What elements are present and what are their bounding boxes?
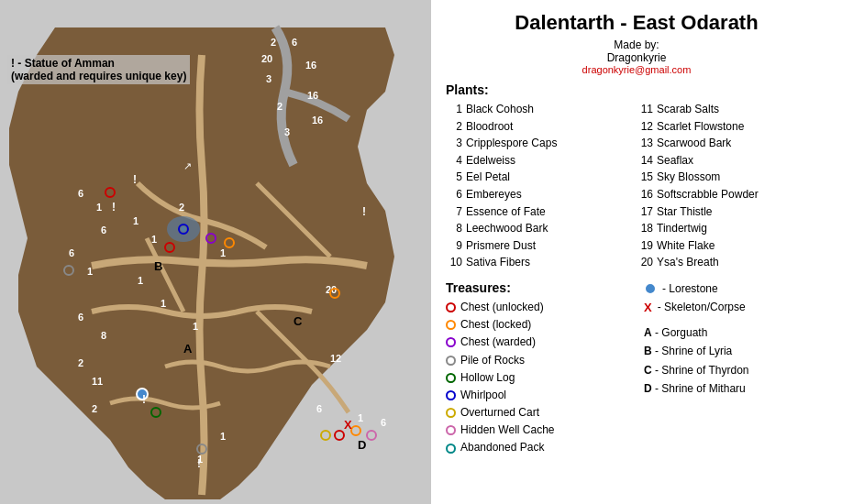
treasure-label: Hidden Well Cache: [460, 422, 555, 439]
svg-text:6: 6: [316, 403, 322, 414]
treasure-label: Hollow Log: [460, 369, 515, 387]
plants-title: Plants:: [446, 82, 827, 97]
treasures-section: Treasures: Chest (unlocked)Chest (locked…: [446, 275, 629, 457]
svg-text:1: 1: [358, 412, 363, 423]
svg-text:1: 1: [87, 266, 93, 277]
location-item: B - Shrine of Lyria: [644, 342, 827, 360]
plant-name: Ysa's Breath: [657, 254, 719, 271]
treasure-dot: [446, 337, 456, 347]
plant-name: Bloodroot: [466, 118, 513, 136]
plants-col2: 11Scarab Salts12Scarlet Flowstone13Scarw…: [637, 101, 827, 271]
plant-number: 10: [446, 254, 462, 271]
plant-item: 8Leechwood Bark: [446, 220, 637, 237]
map-note-line2: (warded and requires unique key): [11, 70, 186, 82]
map-note-line1: ! - Statue of Amman: [11, 57, 186, 70]
treasure-dot: [446, 320, 456, 330]
plant-item: 7Essence of Fate: [446, 203, 637, 221]
svg-text:2: 2: [179, 202, 184, 213]
plant-number: 18: [637, 220, 653, 237]
svg-text:!: !: [362, 205, 366, 218]
plant-number: 20: [637, 254, 653, 271]
svg-text:2: 2: [78, 357, 83, 368]
svg-text:11: 11: [92, 376, 103, 387]
treasure-dot: [446, 444, 456, 454]
treasure-item: Chest (locked): [446, 316, 629, 334]
plant-number: 16: [637, 186, 653, 203]
svg-text:16: 16: [307, 90, 318, 101]
treasure-item: Overturned Cart: [446, 404, 629, 422]
svg-text:A: A: [183, 342, 193, 356]
lorestone-label: - Lorestone: [662, 282, 718, 295]
plant-number: 13: [637, 135, 653, 152]
plant-number: 2: [446, 118, 462, 136]
plant-number: 17: [637, 203, 653, 221]
right-section: - Lorestone X - Skeleton/Corpse A - Gorg…: [644, 275, 827, 457]
location-item: D - Shrine of Mitharu: [644, 379, 827, 398]
bottom-section: Treasures: Chest (unlocked)Chest (locked…: [446, 275, 827, 457]
plant-item: 1Black Cohosh: [446, 101, 637, 118]
svg-point-50: [181, 226, 186, 232]
plant-item: 4Edelweiss: [446, 152, 637, 170]
plant-item: 16Softscrabble Powder: [637, 186, 827, 203]
location-name: Shrine of Thyrdon: [661, 364, 748, 377]
plant-name: Softscrabble Powder: [657, 186, 759, 203]
svg-text:!: !: [142, 393, 146, 406]
svg-text:16: 16: [312, 115, 323, 126]
location-key: D: [644, 382, 652, 395]
svg-text:1: 1: [220, 247, 226, 258]
treasure-item: Pile of Rocks: [446, 352, 629, 369]
plant-name: Essence of Fate: [466, 203, 546, 221]
svg-text:1: 1: [138, 275, 143, 286]
location-name: Shrine of Lyria: [661, 345, 732, 357]
svg-text:B: B: [154, 259, 162, 273]
treasure-dot: [446, 425, 456, 435]
plant-item: 11Scarab Salts: [637, 101, 827, 118]
made-by-name: Dragonkyrie: [446, 51, 827, 64]
plant-number: 19: [637, 237, 653, 255]
plant-name: Sky Blossom: [657, 169, 720, 186]
plants-columns: 1Black Cohosh2Bloodroot3Cripplespore Cap…: [446, 101, 827, 271]
plant-item: 2Bloodroot: [446, 118, 637, 136]
svg-text:8: 8: [101, 330, 106, 341]
plant-name: Scarab Salts: [657, 101, 719, 118]
svg-text:2: 2: [92, 403, 97, 414]
svg-text:C: C: [294, 314, 303, 328]
svg-text:2: 2: [271, 37, 276, 48]
svg-text:1: 1: [96, 202, 102, 213]
page-title: Dalentarth - East Odarath: [446, 11, 827, 35]
plant-number: 1: [446, 101, 462, 118]
treasure-item: Hollow Log: [446, 369, 629, 387]
plant-number: 5: [446, 169, 462, 186]
svg-text:!: !: [133, 173, 137, 186]
plant-item: 6Embereyes: [446, 186, 637, 203]
treasure-item: Chest (warded): [446, 334, 629, 351]
svg-text:16: 16: [305, 60, 316, 71]
skeleton-label: - Skeleton/Corpse: [658, 301, 746, 313]
treasure-label: Chest (unlocked): [460, 299, 544, 316]
plant-name: Scarlet Flowstone: [657, 118, 744, 136]
plant-number: 11: [637, 101, 653, 118]
plant-number: 9: [446, 237, 462, 255]
locations-list: A - GorguathB - Shrine of LyriaC - Shrin…: [644, 323, 827, 399]
treasure-dot: [446, 390, 456, 400]
treasures-list: Chest (unlocked)Chest (locked)Chest (war…: [446, 299, 629, 457]
svg-text:6: 6: [78, 312, 83, 323]
treasure-dot: [446, 408, 456, 418]
svg-text:!: !: [112, 201, 116, 214]
plant-name: Scarwood Bark: [657, 135, 731, 152]
plant-number: 14: [637, 152, 653, 170]
svg-text:D: D: [358, 438, 366, 452]
location-item: C - Shrine of Thyrdon: [644, 361, 827, 379]
treasure-label: Chest (warded): [460, 334, 536, 351]
treasure-label: Abandoned Pack: [460, 439, 544, 456]
plant-name: Black Cohosh: [466, 101, 534, 118]
treasure-dot: [446, 356, 456, 366]
plant-name: Prismere Dust: [466, 237, 536, 255]
svg-text:1: 1: [193, 321, 198, 332]
plant-item: 5Eel Petal: [446, 169, 637, 186]
plant-number: 6: [446, 186, 462, 203]
made-by-email: dragonkyrie@gmail.com: [446, 64, 827, 75]
plant-item: 17Star Thistle: [637, 203, 827, 221]
svg-text:20: 20: [261, 53, 272, 64]
svg-text:3: 3: [266, 73, 271, 84]
